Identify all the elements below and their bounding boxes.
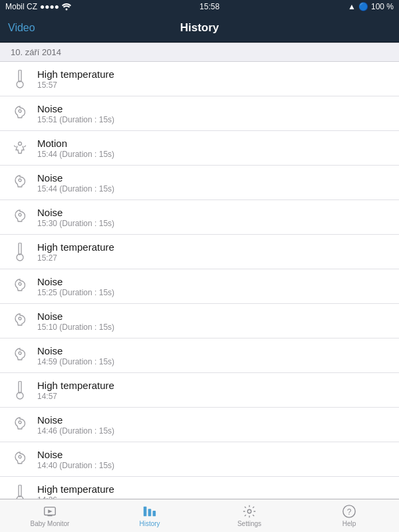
item-icon-noise [11, 450, 29, 469]
back-button[interactable]: Video [8, 22, 35, 34]
item-icon-noise [11, 346, 29, 365]
list-item[interactable]: Noise 15:25 (Duration : 15s) [0, 269, 399, 304]
item-title: Noise [37, 414, 388, 426]
tab-history[interactable]: History [100, 499, 200, 532]
item-subtitle: 15:44 (Duration : 15s) [37, 184, 388, 194]
svg-rect-29 [47, 515, 52, 517]
list-item[interactable]: High temperature 15:57 [0, 62, 399, 96]
svg-point-6 [19, 213, 21, 216]
item-title: High temperature [37, 483, 388, 495]
item-title: Noise [37, 449, 388, 460]
status-bar: Mobil CZ ●●●● 15:58 ▲ 🔵 100 % [0, 0, 399, 13]
item-icon-temp [11, 70, 29, 88]
svg-point-0 [66, 9, 68, 11]
item-icon-motion [11, 139, 29, 158]
thermometer-icon [15, 485, 25, 499]
svg-point-9 [19, 283, 21, 285]
svg-point-3 [19, 110, 21, 112]
item-icon-noise [11, 416, 29, 434]
item-icon-temp [11, 381, 29, 400]
nav-title: History [180, 21, 219, 35]
item-subtitle: 14:46 (Duration : 15s) [37, 426, 388, 436]
svg-point-33 [247, 509, 251, 513]
item-content: High temperature 14:57 [37, 380, 388, 401]
status-right: ▲ 🔵 100 % [348, 2, 394, 11]
ear-icon [13, 451, 27, 468]
item-content: Motion 15:44 (Duration : 15s) [37, 138, 388, 159]
list-item[interactable]: High temperature 14:57 [0, 373, 399, 408]
list-item[interactable]: High temperature 15:27 [0, 235, 399, 269]
item-subtitle: 15:10 (Duration : 15s) [37, 323, 388, 332]
svg-text:?: ? [347, 507, 352, 517]
list-item[interactable]: Noise 14:40 (Duration : 15s) [0, 442, 399, 477]
baby-monitor-icon [43, 504, 57, 519]
list-item[interactable]: High temperature 14:26 [0, 477, 399, 499]
item-icon-temp [11, 243, 29, 261]
item-content: Noise 14:46 (Duration : 15s) [37, 414, 388, 436]
svg-rect-31 [148, 509, 152, 516]
svg-point-11 [19, 352, 21, 354]
svg-point-15 [19, 456, 21, 458]
svg-point-14 [19, 421, 21, 424]
item-title: High temperature [37, 380, 388, 391]
thermometer-icon [15, 243, 25, 261]
item-title: High temperature [37, 241, 388, 253]
ear-icon [13, 313, 27, 330]
wifi-icon [62, 3, 71, 11]
item-icon-temp [11, 485, 29, 499]
tab-help[interactable]: ? Help [299, 499, 399, 532]
item-title: High temperature [37, 68, 388, 80]
item-content: High temperature 15:27 [37, 241, 388, 263]
item-subtitle: 15:44 (Duration : 15s) [37, 150, 388, 159]
tab-help-label: Help [342, 520, 356, 527]
ear-icon [13, 209, 27, 226]
settings-icon [242, 504, 257, 519]
item-content: Noise 14:40 (Duration : 15s) [37, 449, 388, 470]
tab-baby-monitor-label: Baby Monitor [31, 520, 70, 527]
item-subtitle: 15:27 [37, 253, 388, 263]
item-subtitle: 15:25 (Duration : 15s) [37, 288, 388, 297]
list-item[interactable]: Noise 15:51 (Duration : 15s) [0, 96, 399, 131]
item-title: Noise [37, 311, 388, 322]
list-item[interactable]: Noise 15:44 (Duration : 15s) [0, 166, 399, 200]
list-item[interactable]: Noise 14:46 (Duration : 15s) [0, 408, 399, 442]
item-content: Noise 15:10 (Duration : 15s) [37, 311, 388, 332]
item-subtitle: 15:57 [37, 80, 388, 90]
item-title: Motion [37, 138, 388, 149]
ear-icon [13, 347, 27, 364]
item-content: Noise 15:30 (Duration : 15s) [37, 207, 388, 228]
list-item[interactable]: Noise 15:30 (Duration : 15s) [0, 200, 399, 235]
svg-rect-16 [19, 485, 21, 497]
list-item[interactable]: Noise 15:10 (Duration : 15s) [0, 304, 399, 338]
svg-rect-30 [144, 507, 147, 517]
ear-icon [13, 278, 27, 295]
svg-rect-32 [153, 511, 156, 516]
svg-rect-7 [19, 243, 21, 255]
item-icon-noise [11, 104, 29, 123]
item-title: Noise [37, 207, 388, 218]
status-time: 15:58 [200, 2, 219, 11]
list-item[interactable]: Noise 14:59 (Duration : 15s) [0, 338, 399, 373]
ear-icon [13, 416, 27, 434]
svg-rect-12 [19, 381, 21, 393]
item-subtitle: 15:51 (Duration : 15s) [37, 115, 388, 124]
nav-bar: Video History [0, 13, 399, 43]
item-content: Noise 15:51 (Duration : 15s) [37, 103, 388, 124]
svg-point-5 [19, 179, 21, 182]
svg-marker-28 [48, 509, 52, 513]
item-content: High temperature 15:57 [37, 68, 388, 90]
motion-icon [12, 140, 28, 156]
item-subtitle: 14:40 (Duration : 15s) [37, 461, 388, 470]
tab-settings-label: Settings [237, 520, 261, 527]
tab-settings[interactable]: Settings [200, 499, 299, 532]
help-icon: ? [342, 504, 356, 519]
svg-point-10 [19, 317, 21, 320]
item-icon-noise [11, 174, 29, 192]
item-subtitle: 14:59 (Duration : 15s) [37, 357, 388, 366]
tab-baby-monitor[interactable]: Baby Monitor [0, 499, 100, 532]
list-item[interactable]: Motion 15:44 (Duration : 15s) [0, 131, 399, 166]
item-title: Noise [37, 276, 388, 287]
item-icon-noise [11, 312, 29, 331]
thermometer-icon [15, 70, 25, 88]
svg-rect-1 [19, 70, 21, 82]
